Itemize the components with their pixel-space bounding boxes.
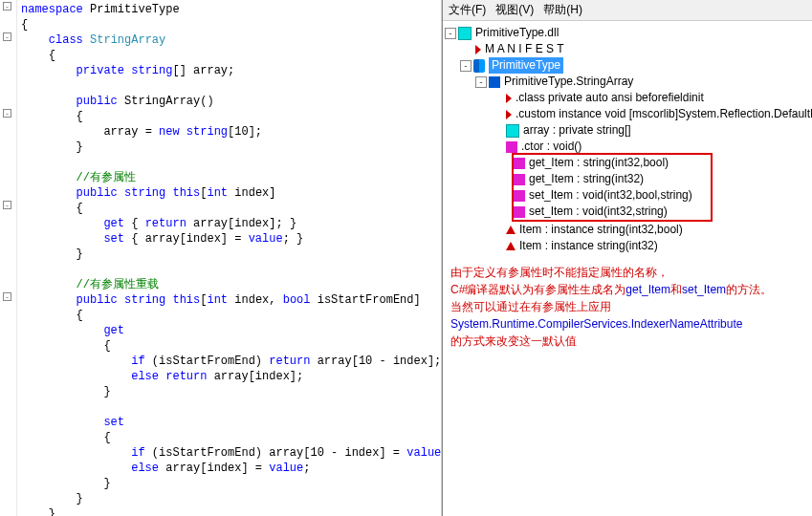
method-icon	[514, 206, 525, 218]
tree-member[interactable]: .class private auto ansi beforefieldinit	[445, 90, 812, 106]
menu-view[interactable]: 视图(V)	[495, 2, 534, 18]
fold-marker[interactable]: -	[3, 201, 11, 209]
ildasm-pane: 文件(F) 视图(V) 帮助(H) -PrimitiveType.dll M A…	[442, 0, 812, 516]
tree-member[interactable]: Item : instance string(int32)	[445, 238, 812, 254]
tree-member[interactable]: set_Item : void(int32,bool,string)	[514, 187, 711, 204]
tree-manifest[interactable]: M A N I F E S T	[445, 41, 812, 57]
menu-bar: 文件(F) 视图(V) 帮助(H)	[443, 0, 812, 21]
highlight-box: get_Item : string(int32,bool) get_Item :…	[512, 153, 713, 222]
collapse-icon[interactable]: -	[475, 76, 487, 88]
tree-root[interactable]: -PrimitiveType.dll	[445, 25, 812, 41]
tree-namespace[interactable]: -PrimitiveType	[445, 57, 812, 74]
collapse-icon[interactable]: -	[460, 60, 472, 72]
namespace-icon	[473, 59, 485, 73]
tree-class[interactable]: -PrimitiveType.StringArray	[445, 74, 812, 90]
menu-file[interactable]: 文件(F)	[449, 2, 486, 18]
meta-icon	[506, 110, 512, 119]
method-icon	[506, 141, 517, 153]
fold-marker[interactable]: -	[3, 292, 11, 301]
code-area[interactable]: namespace PrimitiveType { class StringAr…	[17, 0, 441, 516]
manifest-icon	[475, 45, 481, 54]
method-icon	[514, 190, 525, 202]
collapse-icon[interactable]: -	[445, 28, 456, 39]
tree-member[interactable]: array : private string[]	[445, 122, 812, 139]
fold-gutter: - - - - -	[0, 0, 17, 516]
assembly-icon	[458, 27, 472, 40]
tree-member[interactable]: Item : instance string(int32,bool)	[445, 222, 812, 238]
fold-marker[interactable]: -	[3, 109, 11, 118]
field-icon	[506, 124, 519, 138]
tree-member[interactable]: get_Item : string(int32)	[514, 171, 711, 187]
explanation-text: 由于定义有参属性时不能指定属性的名称， C#编译器默认为有参属性生成名为get_…	[443, 258, 812, 355]
code-editor-pane: - - - - - namespace PrimitiveType { clas…	[0, 0, 442, 516]
property-icon	[506, 226, 516, 234]
tree-view[interactable]: -PrimitiveType.dll M A N I F E S T -Prim…	[443, 21, 812, 258]
menu-help[interactable]: 帮助(H)	[543, 2, 582, 18]
meta-icon	[506, 94, 512, 103]
fold-marker[interactable]: -	[3, 2, 11, 11]
method-icon	[514, 174, 525, 185]
class-icon	[489, 76, 500, 88]
fold-marker[interactable]: -	[3, 32, 11, 41]
property-icon	[506, 242, 516, 250]
tree-member[interactable]: .custom instance void [mscorlib]System.R…	[445, 106, 812, 122]
tree-member[interactable]: get_Item : string(int32,bool)	[514, 155, 711, 171]
method-icon	[514, 158, 525, 169]
tree-member[interactable]: set_Item : void(int32,string)	[514, 204, 711, 220]
